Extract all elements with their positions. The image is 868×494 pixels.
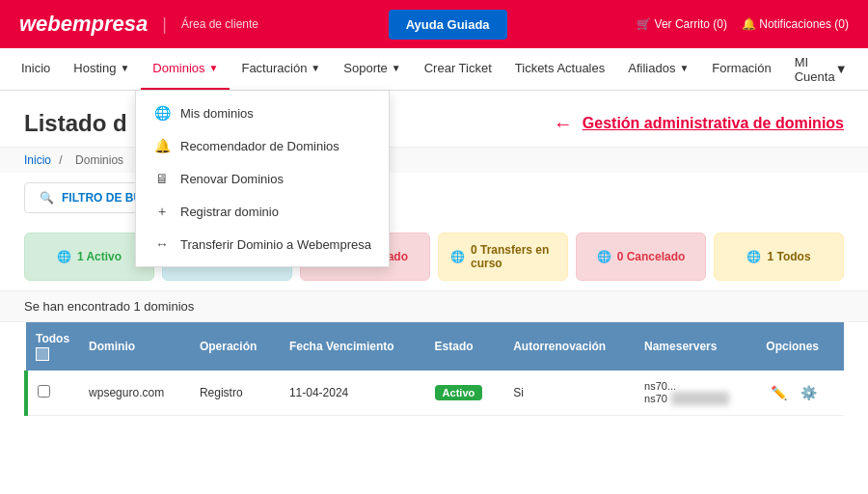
found-count: Se han encontrado 1 dominios — [0, 290, 868, 322]
select-all-checkbox[interactable] — [36, 347, 49, 361]
row-opciones: ✏️ ⚙️ — [756, 370, 844, 416]
ns2-text: ns70 — [644, 393, 667, 404]
soporte-caret: ▼ — [392, 63, 401, 73]
breadcrumb-dominios: Dominios — [75, 153, 123, 167]
subtitle-text: Gestión administrativa de dominios — [583, 115, 844, 132]
row-checkbox[interactable] — [38, 385, 50, 398]
nav-inicio[interactable]: Inicio — [10, 48, 62, 90]
th-fecha: Fecha Vencimiento — [280, 322, 425, 370]
dropdown-recomendador-label: Recomendador de Dominios — [180, 139, 339, 153]
breadcrumb: Inicio / Dominios — [0, 147, 868, 173]
monitor-icon: 🖥 — [153, 171, 171, 186]
separator: | — [162, 14, 167, 35]
page-header: Listado d ← Gestión administrativa de do… — [0, 91, 868, 147]
dropdown-recomendador[interactable]: 🔔 Recomendador de Dominios — [136, 129, 389, 162]
breadcrumb-inicio[interactable]: Inicio — [24, 153, 51, 167]
top-bar-right: 🛒 Ver Carrito (0) 🔔 Notificaciones (0) — [637, 17, 849, 31]
top-bar: webempresa | Área de cliente Ayuda Guiad… — [0, 0, 868, 48]
card-cancelado-icon: 🌐 — [597, 250, 611, 263]
nav-facturacion[interactable]: Facturación ▼ — [230, 48, 332, 90]
nav-soporte[interactable]: Soporte ▼ — [332, 48, 412, 90]
estado-badge: Activo — [435, 385, 483, 400]
row-operacion: Registro — [190, 370, 280, 416]
th-todos: Todos — [26, 322, 79, 370]
card-todos-icon: 🌐 — [746, 250, 761, 263]
dropdown-registrar-label: Registrar dominio — [180, 205, 279, 219]
dropdown-mis-dominios[interactable]: 🌐 Mis dominios — [136, 96, 389, 129]
settings-button[interactable]: ⚙️ — [796, 383, 822, 402]
nav-mi-cuenta[interactable]: MI Cuenta ▼ — [783, 48, 859, 90]
th-operacion: Operación — [190, 322, 280, 370]
row-dominio: wpseguro.com — [79, 370, 190, 416]
th-todos-label: Todos — [36, 332, 69, 345]
card-transfer-icon: 🌐 — [450, 250, 465, 263]
row-nameservers: ns70... ns70 — [635, 370, 756, 416]
th-autorenovacion: Autorrenovación — [503, 322, 635, 370]
status-cards: 🌐 1 Activo 🌐 0 Pendiente 🌐 0 Caducado 🌐 … — [0, 223, 868, 290]
domains-table: Todos Dominio Operación Fecha Vencimient… — [24, 322, 844, 416]
table-wrapper: Todos Dominio Operación Fecha Vencimient… — [0, 322, 868, 435]
card-cancelado-label: 0 Cancelado — [617, 250, 686, 263]
dominios-dropdown: 🌐 Mis dominios 🔔 Recomendador de Dominio… — [135, 91, 390, 267]
nav-formacion[interactable]: Formación — [700, 48, 782, 90]
transfer-icon: ↔ — [153, 236, 171, 252]
dropdown-renovar-label: Renovar Dominios — [180, 172, 284, 186]
hosting-caret: ▼ — [120, 63, 129, 73]
card-transfer-label: 0 Transfers en curso — [471, 243, 556, 270]
area-label: Área de cliente — [181, 17, 258, 31]
breadcrumb-separator: / — [59, 153, 62, 167]
table-row: wpseguro.com Registro 11-04-2024 Activo … — [26, 370, 844, 416]
ns2-blurred — [671, 392, 729, 405]
notificaciones-link[interactable]: 🔔 Notificaciones (0) — [742, 17, 849, 31]
table-header-row: Todos Dominio Operación Fecha Vencimient… — [26, 322, 844, 370]
plus-icon: + — [153, 204, 171, 219]
dropdown-transferir-label: Transferir Dominio a Webempresa — [180, 237, 371, 252]
row-fecha: 11-04-2024 — [280, 370, 425, 416]
dominios-caret: ▼ — [209, 63, 219, 73]
facturacion-caret: ▼ — [311, 63, 320, 73]
top-bar-left: webempresa | Área de cliente — [19, 12, 258, 37]
nav-tickets-actuales[interactable]: Tickets Actuales — [503, 48, 616, 90]
dropdown-renovar[interactable]: 🖥 Renovar Dominios — [136, 162, 389, 195]
th-opciones: Opciones — [756, 322, 844, 370]
nav-dominios[interactable]: Dominios ▼ — [141, 48, 230, 90]
bell-icon: 🔔 — [153, 138, 171, 153]
dropdown-mis-dominios-label: Mis dominios — [180, 106, 254, 121]
row-estado: Activo — [425, 370, 504, 416]
nav-crear-ticket[interactable]: Crear Ticket — [413, 48, 503, 90]
dropdown-registrar[interactable]: + Registrar dominio — [136, 195, 389, 228]
card-transfer[interactable]: 🌐 0 Transfers en curso — [438, 233, 568, 281]
nav-wrapper: Inicio Hosting ▼ Dominios ▼ Facturación … — [0, 48, 868, 91]
ns1-text: ns70... — [644, 380, 746, 392]
filter-icon: 🔍 — [40, 191, 54, 205]
card-cancelado[interactable]: 🌐 0 Cancelado — [576, 233, 706, 281]
row-autorenovacion: Si — [503, 370, 635, 416]
card-todos[interactable]: 🌐 1 Todos — [714, 233, 844, 281]
ayuda-guiada-button[interactable]: Ayuda Guiada — [389, 10, 507, 40]
th-estado: Estado — [425, 322, 504, 370]
nav-afiliados[interactable]: Afiliados ▼ — [616, 48, 700, 90]
left-arrow-icon: ← — [554, 113, 573, 135]
subtitle-area: ← Gestión administrativa de dominios — [554, 113, 844, 135]
nav-hosting[interactable]: Hosting ▼ — [62, 48, 141, 90]
ns2-row: ns70 — [644, 392, 746, 405]
afiliados-caret: ▼ — [679, 63, 689, 73]
card-activo-label: 1 Activo — [77, 250, 122, 263]
carrito-link[interactable]: 🛒 Ver Carrito (0) — [637, 17, 727, 31]
th-dominio: Dominio — [79, 322, 190, 370]
th-nameservers: Nameservers — [635, 322, 756, 370]
card-todos-label: 1 Todos — [767, 250, 810, 263]
globe-icon: 🌐 — [153, 105, 171, 121]
card-activo-icon: 🌐 — [57, 250, 71, 263]
row-checkbox-cell — [26, 370, 79, 416]
logo: webempresa — [19, 12, 148, 37]
dropdown-transferir[interactable]: ↔ Transferir Dominio a Webempresa — [136, 228, 389, 261]
mi-cuenta-caret: ▼ — [835, 62, 848, 76]
edit-button[interactable]: ✏️ — [766, 383, 792, 402]
nav-bar: Inicio Hosting ▼ Dominios ▼ Facturación … — [0, 48, 868, 91]
